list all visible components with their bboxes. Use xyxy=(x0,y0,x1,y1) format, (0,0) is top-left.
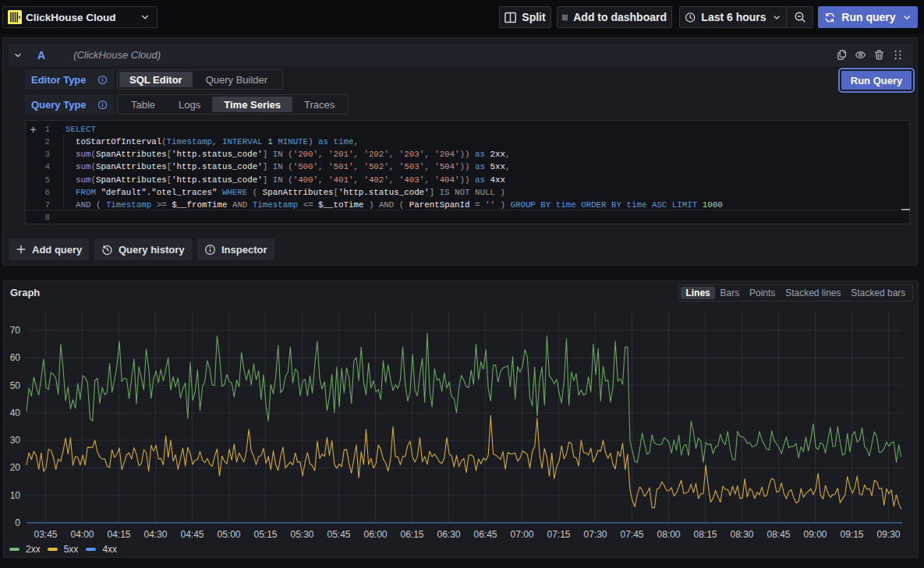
svg-text:10: 10 xyxy=(10,490,21,501)
svg-text:50: 50 xyxy=(10,380,21,391)
svg-text:60: 60 xyxy=(10,352,21,363)
svg-text:05:45: 05:45 xyxy=(327,529,350,540)
svg-text:09:30: 09:30 xyxy=(876,529,900,540)
svg-text:05:30: 05:30 xyxy=(290,529,313,540)
svg-text:08:30: 08:30 xyxy=(730,529,753,540)
svg-text:70: 70 xyxy=(10,325,21,336)
svg-text:08:45: 08:45 xyxy=(766,529,790,540)
svg-text:40: 40 xyxy=(10,407,21,418)
svg-text:05:15: 05:15 xyxy=(253,529,277,540)
svg-text:06:30: 06:30 xyxy=(437,529,460,540)
svg-text:30: 30 xyxy=(10,435,21,446)
svg-text:06:00: 06:00 xyxy=(363,529,387,540)
svg-text:09:00: 09:00 xyxy=(803,529,827,540)
svg-text:09:15: 09:15 xyxy=(840,529,863,540)
svg-text:20: 20 xyxy=(10,462,21,473)
svg-text:08:00: 08:00 xyxy=(657,529,680,540)
svg-text:07:30: 07:30 xyxy=(583,529,607,540)
svg-text:06:45: 06:45 xyxy=(473,529,497,540)
svg-text:04:15: 04:15 xyxy=(107,529,130,540)
svg-text:04:30: 04:30 xyxy=(143,529,167,540)
svg-text:08:15: 08:15 xyxy=(693,529,717,540)
svg-text:06:15: 06:15 xyxy=(400,529,423,540)
svg-text:0: 0 xyxy=(15,517,20,528)
svg-text:07:00: 07:00 xyxy=(510,529,533,540)
svg-text:07:45: 07:45 xyxy=(620,529,643,540)
svg-text:07:15: 07:15 xyxy=(547,529,570,540)
svg-text:04:45: 04:45 xyxy=(180,529,204,540)
svg-text:05:00: 05:00 xyxy=(217,529,240,540)
svg-text:04:00: 04:00 xyxy=(70,529,94,540)
svg-text:03:45: 03:45 xyxy=(34,529,57,540)
